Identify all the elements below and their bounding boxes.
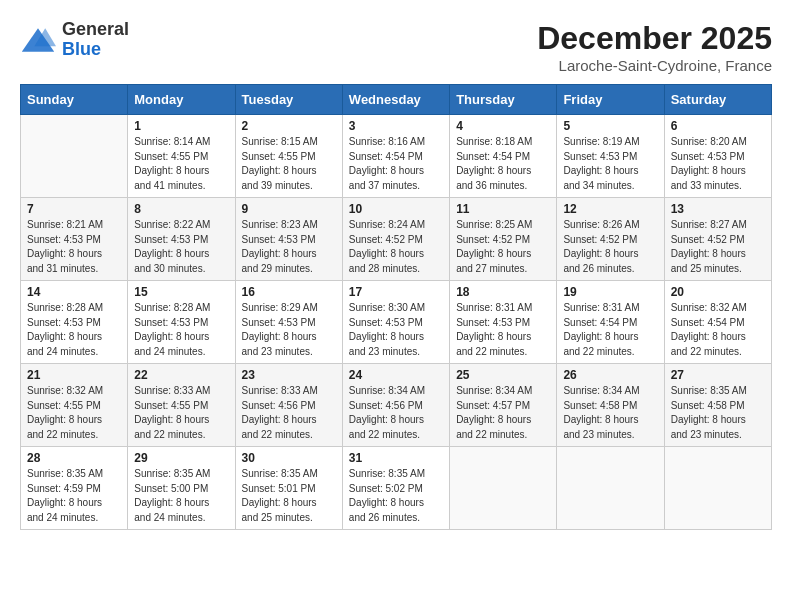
calendar-cell: 23Sunrise: 8:33 AMSunset: 4:56 PMDayligh… — [235, 364, 342, 447]
day-number: 11 — [456, 202, 550, 216]
day-info: Sunrise: 8:19 AMSunset: 4:53 PMDaylight:… — [563, 135, 657, 193]
day-number: 6 — [671, 119, 765, 133]
calendar-cell: 4Sunrise: 8:18 AMSunset: 4:54 PMDaylight… — [450, 115, 557, 198]
day-number: 8 — [134, 202, 228, 216]
calendar-cell: 19Sunrise: 8:31 AMSunset: 4:54 PMDayligh… — [557, 281, 664, 364]
day-info: Sunrise: 8:34 AMSunset: 4:56 PMDaylight:… — [349, 384, 443, 442]
day-info: Sunrise: 8:30 AMSunset: 4:53 PMDaylight:… — [349, 301, 443, 359]
day-number: 13 — [671, 202, 765, 216]
logo: General Blue — [20, 20, 129, 60]
day-info: Sunrise: 8:28 AMSunset: 4:53 PMDaylight:… — [27, 301, 121, 359]
calendar-cell: 27Sunrise: 8:35 AMSunset: 4:58 PMDayligh… — [664, 364, 771, 447]
location-title: Laroche-Saint-Cydroine, France — [537, 57, 772, 74]
day-number: 22 — [134, 368, 228, 382]
calendar-cell — [21, 115, 128, 198]
calendar-cell: 25Sunrise: 8:34 AMSunset: 4:57 PMDayligh… — [450, 364, 557, 447]
month-title: December 2025 — [537, 20, 772, 57]
day-info: Sunrise: 8:24 AMSunset: 4:52 PMDaylight:… — [349, 218, 443, 276]
day-number: 21 — [27, 368, 121, 382]
calendar-cell: 17Sunrise: 8:30 AMSunset: 4:53 PMDayligh… — [342, 281, 449, 364]
page-header: General Blue December 2025 Laroche-Saint… — [20, 20, 772, 74]
calendar-cell: 20Sunrise: 8:32 AMSunset: 4:54 PMDayligh… — [664, 281, 771, 364]
day-number: 24 — [349, 368, 443, 382]
day-info: Sunrise: 8:16 AMSunset: 4:54 PMDaylight:… — [349, 135, 443, 193]
day-number: 5 — [563, 119, 657, 133]
calendar-table: SundayMondayTuesdayWednesdayThursdayFrid… — [20, 84, 772, 530]
day-number: 18 — [456, 285, 550, 299]
calendar-cell: 12Sunrise: 8:26 AMSunset: 4:52 PMDayligh… — [557, 198, 664, 281]
day-number: 16 — [242, 285, 336, 299]
calendar-cell: 11Sunrise: 8:25 AMSunset: 4:52 PMDayligh… — [450, 198, 557, 281]
day-info: Sunrise: 8:28 AMSunset: 4:53 PMDaylight:… — [134, 301, 228, 359]
day-number: 7 — [27, 202, 121, 216]
day-info: Sunrise: 8:33 AMSunset: 4:56 PMDaylight:… — [242, 384, 336, 442]
calendar-cell: 1Sunrise: 8:14 AMSunset: 4:55 PMDaylight… — [128, 115, 235, 198]
calendar-cell: 9Sunrise: 8:23 AMSunset: 4:53 PMDaylight… — [235, 198, 342, 281]
day-info: Sunrise: 8:14 AMSunset: 4:55 PMDaylight:… — [134, 135, 228, 193]
logo-icon — [20, 26, 56, 54]
day-number: 27 — [671, 368, 765, 382]
calendar-cell: 13Sunrise: 8:27 AMSunset: 4:52 PMDayligh… — [664, 198, 771, 281]
calendar-cell: 14Sunrise: 8:28 AMSunset: 4:53 PMDayligh… — [21, 281, 128, 364]
header-day-sunday: Sunday — [21, 85, 128, 115]
header-day-monday: Monday — [128, 85, 235, 115]
calendar-week-5: 28Sunrise: 8:35 AMSunset: 4:59 PMDayligh… — [21, 447, 772, 530]
calendar-cell: 18Sunrise: 8:31 AMSunset: 4:53 PMDayligh… — [450, 281, 557, 364]
day-info: Sunrise: 8:32 AMSunset: 4:54 PMDaylight:… — [671, 301, 765, 359]
day-info: Sunrise: 8:15 AMSunset: 4:55 PMDaylight:… — [242, 135, 336, 193]
day-number: 17 — [349, 285, 443, 299]
header-day-friday: Friday — [557, 85, 664, 115]
day-info: Sunrise: 8:34 AMSunset: 4:57 PMDaylight:… — [456, 384, 550, 442]
calendar-cell: 8Sunrise: 8:22 AMSunset: 4:53 PMDaylight… — [128, 198, 235, 281]
day-number: 12 — [563, 202, 657, 216]
calendar-week-4: 21Sunrise: 8:32 AMSunset: 4:55 PMDayligh… — [21, 364, 772, 447]
day-info: Sunrise: 8:25 AMSunset: 4:52 PMDaylight:… — [456, 218, 550, 276]
day-number: 25 — [456, 368, 550, 382]
day-info: Sunrise: 8:33 AMSunset: 4:55 PMDaylight:… — [134, 384, 228, 442]
calendar-header-row: SundayMondayTuesdayWednesdayThursdayFrid… — [21, 85, 772, 115]
day-info: Sunrise: 8:31 AMSunset: 4:53 PMDaylight:… — [456, 301, 550, 359]
header-day-wednesday: Wednesday — [342, 85, 449, 115]
day-number: 4 — [456, 119, 550, 133]
calendar-week-2: 7Sunrise: 8:21 AMSunset: 4:53 PMDaylight… — [21, 198, 772, 281]
day-info: Sunrise: 8:35 AMSunset: 5:00 PMDaylight:… — [134, 467, 228, 525]
calendar-week-3: 14Sunrise: 8:28 AMSunset: 4:53 PMDayligh… — [21, 281, 772, 364]
calendar-cell: 7Sunrise: 8:21 AMSunset: 4:53 PMDaylight… — [21, 198, 128, 281]
calendar-cell: 6Sunrise: 8:20 AMSunset: 4:53 PMDaylight… — [664, 115, 771, 198]
header-day-tuesday: Tuesday — [235, 85, 342, 115]
day-info: Sunrise: 8:22 AMSunset: 4:53 PMDaylight:… — [134, 218, 228, 276]
day-info: Sunrise: 8:34 AMSunset: 4:58 PMDaylight:… — [563, 384, 657, 442]
title-area: December 2025 Laroche-Saint-Cydroine, Fr… — [537, 20, 772, 74]
calendar-cell: 3Sunrise: 8:16 AMSunset: 4:54 PMDaylight… — [342, 115, 449, 198]
day-number: 10 — [349, 202, 443, 216]
day-number: 14 — [27, 285, 121, 299]
day-number: 28 — [27, 451, 121, 465]
day-number: 1 — [134, 119, 228, 133]
day-info: Sunrise: 8:21 AMSunset: 4:53 PMDaylight:… — [27, 218, 121, 276]
day-number: 30 — [242, 451, 336, 465]
calendar-cell: 28Sunrise: 8:35 AMSunset: 4:59 PMDayligh… — [21, 447, 128, 530]
day-info: Sunrise: 8:35 AMSunset: 5:02 PMDaylight:… — [349, 467, 443, 525]
day-info: Sunrise: 8:23 AMSunset: 4:53 PMDaylight:… — [242, 218, 336, 276]
day-number: 2 — [242, 119, 336, 133]
calendar-cell — [557, 447, 664, 530]
calendar-cell: 22Sunrise: 8:33 AMSunset: 4:55 PMDayligh… — [128, 364, 235, 447]
day-number: 19 — [563, 285, 657, 299]
calendar-cell: 26Sunrise: 8:34 AMSunset: 4:58 PMDayligh… — [557, 364, 664, 447]
header-day-saturday: Saturday — [664, 85, 771, 115]
day-info: Sunrise: 8:35 AMSunset: 5:01 PMDaylight:… — [242, 467, 336, 525]
day-info: Sunrise: 8:35 AMSunset: 4:58 PMDaylight:… — [671, 384, 765, 442]
day-info: Sunrise: 8:18 AMSunset: 4:54 PMDaylight:… — [456, 135, 550, 193]
calendar-cell: 29Sunrise: 8:35 AMSunset: 5:00 PMDayligh… — [128, 447, 235, 530]
day-info: Sunrise: 8:31 AMSunset: 4:54 PMDaylight:… — [563, 301, 657, 359]
calendar-cell: 21Sunrise: 8:32 AMSunset: 4:55 PMDayligh… — [21, 364, 128, 447]
day-number: 20 — [671, 285, 765, 299]
calendar-week-1: 1Sunrise: 8:14 AMSunset: 4:55 PMDaylight… — [21, 115, 772, 198]
calendar-cell — [664, 447, 771, 530]
calendar-cell: 30Sunrise: 8:35 AMSunset: 5:01 PMDayligh… — [235, 447, 342, 530]
calendar-cell: 16Sunrise: 8:29 AMSunset: 4:53 PMDayligh… — [235, 281, 342, 364]
calendar-cell: 5Sunrise: 8:19 AMSunset: 4:53 PMDaylight… — [557, 115, 664, 198]
calendar-cell: 15Sunrise: 8:28 AMSunset: 4:53 PMDayligh… — [128, 281, 235, 364]
calendar-cell: 24Sunrise: 8:34 AMSunset: 4:56 PMDayligh… — [342, 364, 449, 447]
day-info: Sunrise: 8:26 AMSunset: 4:52 PMDaylight:… — [563, 218, 657, 276]
